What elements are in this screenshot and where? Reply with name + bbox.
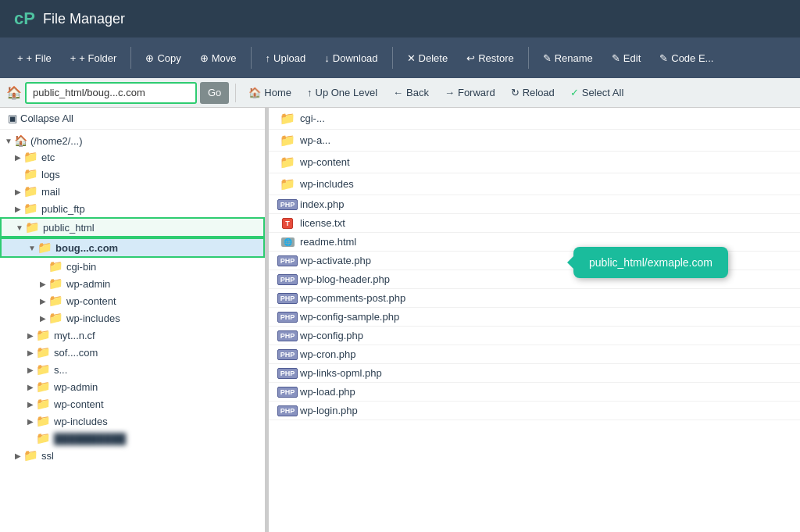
list-item[interactable]: PHP wp-comments-post.php	[269, 289, 800, 308]
list-item[interactable]: PHP wp-config-sample.php	[269, 308, 800, 327]
file-list: public_html/exmaple.com 📁 cgi-... 📁 wp-a…	[269, 108, 800, 532]
list-item[interactable]: PHP wp-login.php	[269, 402, 800, 420]
copy-button[interactable]: ⊕ Copy	[138, 48, 188, 69]
tree-item-root[interactable]: ▼ 🏠 (/home2/...)	[0, 133, 265, 148]
tree-item-logs[interactable]: 📁 logs	[0, 166, 265, 183]
tree-item-label: sof....com	[54, 347, 98, 359]
tree-item-blurred[interactable]: 📁 ██████████	[0, 430, 265, 447]
app-header: cP File Manager	[0, 0, 800, 37]
select-all-button[interactable]: ✓ Select All	[564, 84, 630, 101]
move-icon: ⊕	[200, 52, 209, 64]
tree-item-wp-admin[interactable]: ▶ 📁 wp-admin	[0, 275, 265, 292]
file-name: wp-config.php	[300, 330, 363, 341]
list-item[interactable]: PHP wp-cron.php	[269, 345, 800, 364]
toolbar: + + File + + Folder ⊕ Copy ⊕ Move ↑ Uplo…	[0, 37, 800, 78]
tree-item-public-html[interactable]: ▼ 📁 public_html	[0, 217, 265, 237]
delete-icon: ✕	[407, 52, 416, 64]
code-editor-button[interactable]: ✎ Code E...	[652, 48, 721, 69]
home-folder-icon: 🏠	[14, 134, 27, 147]
path-input[interactable]	[25, 82, 197, 104]
file-name: wp-config-sample.php	[300, 311, 399, 323]
back-button[interactable]: ← Back	[387, 84, 435, 101]
tree-item-myth-cf[interactable]: ▶ 📁 myt...n.cf	[0, 327, 265, 344]
tree-item-label: wp-includes	[66, 312, 120, 324]
list-item[interactable]: 📁 cgi-...	[269, 108, 800, 130]
code-icon: ✎	[659, 52, 668, 64]
tree-item-s[interactable]: ▶ 📁 s...	[0, 361, 265, 378]
tree-item-ssl[interactable]: ▶ 📁 ssl	[0, 447, 265, 464]
home-button[interactable]: 🏠 Home	[242, 84, 298, 101]
php-icon: PHP	[278, 387, 300, 398]
delete-button[interactable]: ✕ Delete	[399, 48, 456, 69]
reload-button[interactable]: ↻ Reload	[505, 84, 561, 101]
tree-item-wp-content[interactable]: ▶ 📁 wp-content	[0, 292, 265, 309]
rename-button[interactable]: ✎ Rename	[535, 48, 601, 69]
up-icon: ↑	[307, 87, 312, 98]
list-item[interactable]: T license.txt	[269, 214, 800, 233]
expand-icon: ▶	[25, 417, 36, 426]
tree-item-sof-com[interactable]: ▶ 📁 sof....com	[0, 344, 265, 361]
tree-item-mail[interactable]: ▶ 📁 mail	[0, 183, 265, 200]
rename-icon: ✎	[543, 52, 552, 64]
tree-item-label: wp-includes	[54, 416, 108, 427]
tree-item-wp-admin2[interactable]: ▶ 📁 wp-admin	[0, 378, 265, 395]
tree-item-boug-com[interactable]: ▼ 📁 boug...c.com	[0, 237, 265, 258]
file-name: wp-comments-post.php	[300, 292, 405, 304]
restore-button[interactable]: ↩ Restore	[459, 48, 522, 69]
list-item[interactable]: PHP wp-links-opml.php	[269, 364, 800, 383]
collapse-all-button[interactable]: ▣ Collapse All	[0, 108, 265, 130]
list-item[interactable]: PHP index.php	[269, 195, 800, 214]
tree-item-wp-includes[interactable]: ▶ 📁 wp-includes	[0, 309, 265, 327]
list-item[interactable]: 📁 wp-a...	[269, 130, 800, 152]
edit-button[interactable]: ✎ Edit	[604, 48, 648, 69]
expand-icon: ▶	[38, 297, 48, 305]
expand-icon: ▼	[14, 223, 25, 232]
home-nav-icon: 🏠	[6, 85, 22, 100]
list-item[interactable]: PHP wp-config.php	[269, 327, 800, 345]
tree-item-cgi-bin[interactable]: 📁 cgi-bin	[0, 258, 265, 275]
new-file-button[interactable]: + + File	[9, 48, 59, 69]
expand-icon: ▶	[38, 280, 48, 288]
folder-icon: 📁	[36, 431, 51, 445]
tree-item-wp-content2[interactable]: ▶ 📁 wp-content	[0, 395, 265, 412]
reload-icon: ↻	[511, 87, 520, 98]
restore-icon: ↩	[466, 52, 475, 64]
forward-button[interactable]: → Forward	[438, 84, 502, 101]
navigation-bar: 🏠 Go 🏠 Home ↑ Up One Level ← Back → Forw…	[0, 78, 800, 108]
list-item[interactable]: PHP wp-load.php	[269, 383, 800, 402]
folder-icon: 📁	[278, 133, 300, 148]
tree-item-public-ftp[interactable]: ▶ 📁 public_ftp	[0, 200, 265, 217]
folder-icon: 📁	[48, 277, 63, 291]
folder-icon: 📁	[36, 414, 51, 428]
folder-icon: 📁	[23, 448, 38, 462]
back-icon: ←	[393, 87, 403, 98]
file-name: wp-includes	[300, 178, 354, 190]
file-name: cgi-...	[300, 112, 325, 124]
file-name: wp-content	[300, 156, 350, 168]
expand-icon: ▼	[3, 137, 14, 145]
expand-icon: ▼	[27, 244, 38, 252]
file-name: index.php	[300, 198, 344, 210]
file-name: wp-blog-header.php	[300, 273, 390, 285]
folder-icon: 📁	[23, 184, 38, 198]
list-item[interactable]: 📁 wp-content	[269, 152, 800, 173]
folder-icon: 📁	[23, 150, 38, 164]
folder-icon: 📁	[278, 177, 300, 191]
upload-button[interactable]: ↑ Upload	[258, 48, 314, 69]
download-button[interactable]: ↓ Download	[316, 48, 385, 69]
tree-item-label: s...	[54, 364, 67, 376]
tree-item-label: (/home2/...)	[30, 135, 82, 147]
tree-item-label: logs	[41, 169, 60, 180]
list-item[interactable]: 📁 wp-includes	[269, 173, 800, 195]
up-one-level-button[interactable]: ↑ Up One Level	[301, 84, 384, 101]
tree-item-label: ██████████	[54, 433, 126, 445]
move-button[interactable]: ⊕ Move	[192, 48, 245, 69]
expand-icon: ▶	[38, 314, 48, 323]
tree-item-wp-includes2[interactable]: ▶ 📁 wp-includes	[0, 412, 265, 430]
folder-icon: 📁	[36, 380, 51, 394]
cpanel-logo: cP	[14, 9, 35, 29]
tree-item-etc[interactable]: ▶ 📁 etc	[0, 148, 265, 166]
new-folder-button[interactable]: + + Folder	[62, 48, 125, 69]
php-icon: PHP	[278, 349, 300, 360]
go-button[interactable]: Go	[200, 82, 229, 104]
